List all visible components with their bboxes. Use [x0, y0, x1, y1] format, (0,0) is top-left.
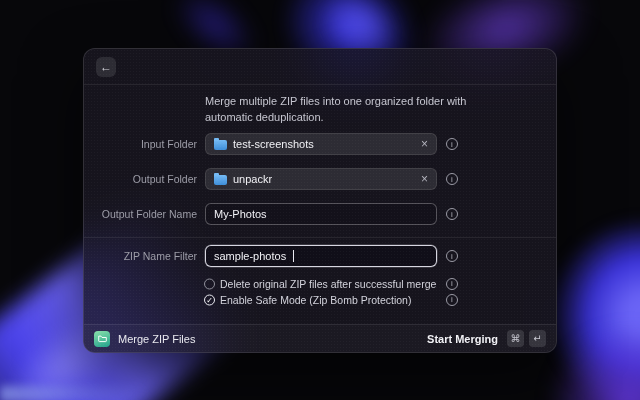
enter-key-icon: ↵	[529, 330, 546, 347]
text-cursor	[293, 250, 294, 262]
safe-mode-row: ✓ Enable Safe Mode (Zip Bomb Protection)…	[84, 293, 556, 306]
folder-icon	[214, 175, 227, 185]
zip-name-filter-input[interactable]: sample-photos	[205, 245, 437, 267]
safe-mode-label: Enable Safe Mode (Zip Bomb Protection)	[220, 294, 411, 306]
window-header: ←	[84, 49, 556, 85]
info-icon[interactable]: i	[446, 138, 458, 150]
action-bar: Merge ZIP Files Start Merging ⌘ ↵	[84, 324, 556, 352]
back-arrow-icon: ←	[100, 60, 112, 74]
info-icon[interactable]: i	[446, 250, 458, 262]
app-window: ← Merge multiple ZIP files into one orga…	[83, 48, 557, 353]
zip-name-filter-row: ZIP Name Filter sample-photos i	[84, 245, 556, 267]
start-merging-label: Start Merging	[427, 333, 498, 345]
command-description: Merge multiple ZIP files into one organi…	[205, 93, 467, 125]
zip-name-filter-value: sample-photos	[214, 250, 286, 262]
zip-name-filter-label: ZIP Name Filter	[84, 250, 197, 262]
info-icon[interactable]: i	[446, 294, 458, 306]
output-folder-name-label: Output Folder Name	[84, 208, 197, 220]
clear-icon[interactable]: ×	[421, 138, 428, 150]
output-folder-name-input[interactable]: My-Photos	[205, 203, 437, 225]
back-button[interactable]: ←	[96, 57, 116, 77]
info-icon[interactable]: i	[446, 173, 458, 185]
section-divider	[84, 237, 556, 238]
delete-originals-row: Delete original ZIP files after successf…	[84, 277, 556, 290]
input-folder-picker[interactable]: test-screenshots ×	[205, 133, 437, 155]
output-folder-row: Output Folder unpackr × i	[84, 168, 556, 190]
start-merging-button[interactable]: Start Merging ⌘ ↵	[427, 330, 546, 347]
output-folder-name-row: Output Folder Name My-Photos i	[84, 203, 556, 225]
check-icon: ✓	[206, 295, 213, 304]
delete-originals-checkbox[interactable]	[204, 278, 215, 289]
output-folder-value: unpackr	[233, 173, 272, 185]
merge-zip-app-icon	[94, 331, 110, 347]
cmd-key-icon: ⌘	[507, 330, 524, 347]
wallpaper-blob	[0, 386, 150, 400]
info-icon[interactable]: i	[446, 208, 458, 220]
folder-icon	[214, 140, 227, 150]
input-folder-row: Input Folder test-screenshots × i	[84, 133, 556, 155]
delete-originals-label: Delete original ZIP files after successf…	[220, 278, 436, 290]
input-folder-label: Input Folder	[84, 138, 197, 150]
safe-mode-checkbox[interactable]: ✓	[204, 294, 215, 305]
input-folder-value: test-screenshots	[233, 138, 314, 150]
output-folder-name-value: My-Photos	[214, 208, 267, 220]
folder-glyph-icon	[97, 333, 108, 344]
clear-icon[interactable]: ×	[421, 173, 428, 185]
output-folder-label: Output Folder	[84, 173, 197, 185]
command-title: Merge ZIP Files	[118, 333, 195, 345]
info-icon[interactable]: i	[446, 278, 458, 290]
output-folder-picker[interactable]: unpackr ×	[205, 168, 437, 190]
